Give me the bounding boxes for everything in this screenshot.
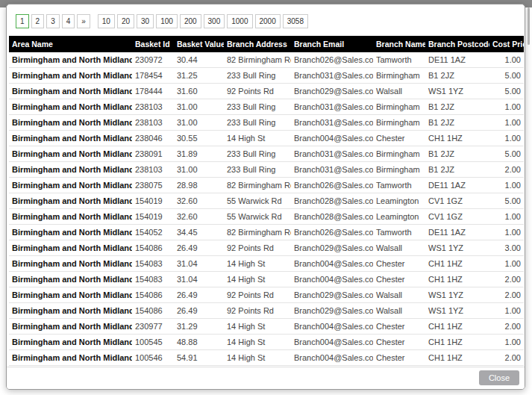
table-cell: Branch031@Sales.co.uk — [291, 146, 373, 162]
table-cell: CH1 1HZ — [425, 350, 489, 366]
table-cell: WS1 1YZ — [425, 84, 489, 99]
table-cell: 178444 — [132, 84, 174, 99]
table-cell: 32.60 — [174, 193, 224, 209]
table-cell: 30.44 — [174, 52, 224, 68]
table-cell: 26.49 — [174, 240, 224, 256]
table-cell: 154086 — [132, 303, 174, 319]
table-cell: Chester — [373, 350, 425, 366]
table-cell: Walsall — [373, 84, 425, 99]
table-cell: Birmingham and North Midlands — [9, 68, 132, 84]
table-cell: 14 High St — [224, 131, 291, 146]
table-cell: Birmingham and North Midlands — [9, 350, 132, 366]
table-cell: Birmingham and North Midlands — [9, 162, 132, 178]
table-cell: 26.49 — [174, 303, 224, 319]
table-cell: Birmingham and North Midlands — [9, 319, 132, 335]
table-cell: Birmingham and North Midlands — [9, 272, 132, 287]
table-cell: 2.00 — [489, 162, 524, 178]
table-cell: 238103 — [132, 162, 174, 178]
column-header: Basket Id — [132, 36, 174, 52]
table-cell: Birmingham and North Midlands — [9, 52, 132, 68]
close-button[interactable]: Close — [479, 370, 519, 385]
table-row: Birmingham and North Midlands23097731.29… — [9, 319, 524, 335]
table-row: Birmingham and North Midlands23809131.89… — [9, 146, 524, 162]
table-row: Birmingham and North Midlands15408626.49… — [9, 240, 524, 256]
pagination-button-2000[interactable]: 2000 — [255, 14, 281, 28]
table-cell: Birmingham and North Midlands — [9, 178, 132, 193]
pagination-button-1[interactable]: 1 — [16, 14, 29, 28]
pagination-button-300[interactable]: 300 — [204, 14, 225, 28]
table-cell: 26.49 — [174, 287, 224, 303]
pagination-button-3058[interactable]: 3058 — [283, 14, 308, 28]
table-cell: DE11 1AZ — [425, 178, 489, 193]
table-cell: CH1 1HZ — [425, 131, 489, 146]
table-row: Birmingham and North Midlands15401932.60… — [9, 193, 524, 209]
table-row: Birmingham and North Midlands23804630.55… — [9, 131, 524, 146]
table-cell: Leamington — [373, 193, 425, 209]
table-cell: Branch031@Sales.co.uk — [291, 68, 373, 84]
column-header: Branch Postcode — [425, 36, 489, 52]
table-cell: Branch026@Sales.co.uk — [291, 178, 373, 193]
pagination-button-20[interactable]: 20 — [117, 14, 134, 28]
table-row: Birmingham and North Midlands15408331.04… — [9, 256, 524, 272]
table-cell: 31.04 — [174, 272, 224, 287]
table-cell: 31.25 — [174, 68, 224, 84]
table-cell: Branch029@Sales.co.uk — [291, 287, 373, 303]
table-cell: 230972 — [132, 52, 174, 68]
pagination: 1234»102030100200300100020003058 — [7, 4, 525, 36]
table-cell: Branch004@Sales.co.uk — [291, 272, 373, 287]
pagination-button-3[interactable]: 3 — [46, 14, 60, 28]
table-cell: Branch004@Sales.co.uk — [291, 131, 373, 146]
table-cell: Branch029@Sales.co.uk — [291, 240, 373, 256]
table-row: Birmingham and North Midlands15408626.49… — [9, 303, 524, 319]
pagination-button-100[interactable]: 100 — [156, 14, 178, 28]
table-cell: Branch031@Sales.co.uk — [291, 115, 373, 131]
table-cell: Branch026@Sales.co.uk — [291, 52, 373, 68]
table-cell: Birmingham — [373, 115, 425, 131]
table-cell: 14 High St — [224, 350, 291, 366]
table-row: Birmingham and North Midlands23810331.00… — [9, 115, 524, 131]
table-cell: 233 Bull Ring — [224, 162, 291, 178]
table-cell: Birmingham and North Midlands — [9, 225, 132, 240]
table-cell: 82 Birmingham Rd — [224, 52, 291, 68]
table-cell: 34.45 — [174, 225, 224, 240]
table-cell: CH1 1HZ — [425, 256, 489, 272]
table-cell: Birmingham and North Midlands — [9, 256, 132, 272]
table-row: Birmingham and North Midlands23810331.00… — [9, 99, 524, 115]
column-header: Area Name — [9, 36, 132, 52]
table-cell: DE11 1AZ — [425, 225, 489, 240]
table-cell: Branch004@Sales.co.uk — [291, 335, 373, 350]
table-cell: 1.00 — [489, 178, 524, 193]
table-cell: 82 Birmingham Rd — [224, 225, 291, 240]
pagination-button-30[interactable]: 30 — [137, 14, 154, 28]
table-cell: 1.00 — [489, 99, 524, 115]
table-cell: 92 Points Rd — [224, 240, 291, 256]
table-cell: Branch004@Sales.co.uk — [291, 319, 373, 335]
table-cell: 31.04 — [174, 256, 224, 272]
table-cell: DE11 1AZ — [425, 52, 489, 68]
table-cell: 48.88 — [174, 335, 224, 350]
table-cell: Birmingham — [373, 68, 425, 84]
table-cell: 1.00 — [489, 256, 524, 272]
table-cell: 178454 — [132, 68, 174, 84]
column-header: Branch Name — [373, 36, 425, 52]
table-cell: 1.00 — [489, 209, 524, 225]
table-cell: 238103 — [132, 115, 174, 131]
pagination-button-10[interactable]: 10 — [98, 14, 115, 28]
table-cell: CH1 1HZ — [425, 272, 489, 287]
pagination-button-2[interactable]: 2 — [31, 14, 45, 28]
pagination-button-»[interactable]: » — [77, 14, 90, 28]
pagination-button-1000[interactable]: 1000 — [227, 14, 252, 28]
table-cell: CH1 1HZ — [425, 319, 489, 335]
table-cell: 100545 — [132, 335, 174, 350]
pagination-button-200[interactable]: 200 — [180, 14, 201, 28]
table-cell: WS1 1YZ — [425, 287, 489, 303]
column-header: Branch Email — [291, 36, 373, 52]
table-cell: 1.00 — [489, 335, 524, 350]
table-cell: Leamington — [373, 209, 425, 225]
column-header: Basket Value — [174, 36, 224, 52]
pagination-button-4[interactable]: 4 — [62, 14, 75, 28]
table-cell: 100546 — [132, 350, 174, 366]
table-cell: 238046 — [132, 131, 174, 146]
table-row: Birmingham and North Midlands15405234.45… — [9, 225, 524, 240]
scrollbar-thumb[interactable] — [528, 7, 530, 45]
